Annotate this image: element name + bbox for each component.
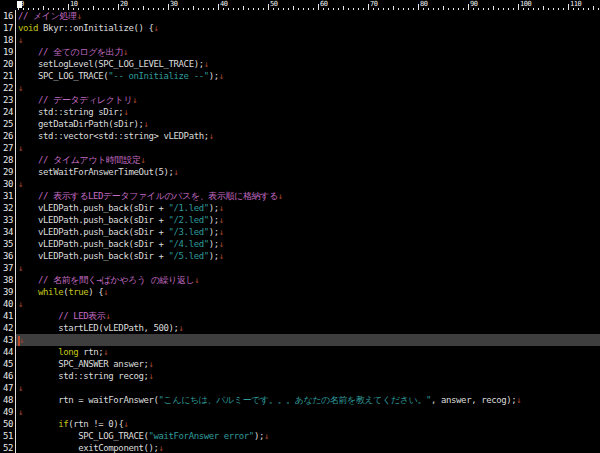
code-text: SPC_LOG_TRACE( [18,71,108,81]
line-number[interactable]: 39 [0,286,16,298]
string-text: "こんにちは、パルミーです。。。あなたの名前を教えてください。" [159,395,431,405]
line-number[interactable]: 27 [0,142,16,154]
line-number[interactable]: 19 [0,46,16,58]
line-number[interactable]: 47 [0,382,16,394]
code-line[interactable]: 36 vLEDPath.push_back(sDir + "/5.led");↓ [0,250,600,262]
ruler-number: 30 [170,0,177,8]
code-line[interactable]: 31 // 表示するLEDデータファイルのパスを、表示順に格納する↓ [0,190,600,202]
code-line[interactable]: 46 std::string recog;↓ [0,370,600,382]
line-number[interactable]: 17 [0,22,16,34]
code-text [18,191,38,201]
code-line[interactable]: 22↓ [0,82,600,94]
string-text: "waitForAnswer error" [148,431,253,441]
ruler-number: 70 [370,0,377,8]
code-text: ) { [88,287,103,297]
line-number[interactable]: 41 [0,310,16,322]
code-line[interactable]: 29 setWaitForAnswerTimeOut(5);↓ [0,166,600,178]
string-text: "/5.led" [169,251,209,261]
line-number[interactable]: 46 [0,370,16,382]
code-line[interactable]: 41 // LED表示↓ [0,310,600,322]
code-text: ); [209,71,219,81]
line-number[interactable]: 44 [0,346,16,358]
newline-mark-icon: ↓ [143,119,148,129]
code-line[interactable]: 33 vLEDPath.push_back(sDir + "/2.led");↓ [0,214,600,226]
line-number[interactable]: 28 [0,154,16,166]
newline-mark-icon: ↓ [219,215,224,225]
line-number[interactable]: 38 [0,274,16,286]
code-line[interactable]: 35 vLEDPath.push_back(sDir + "/4.led");↓ [0,238,600,250]
code-line[interactable]: 40↓ [0,298,600,310]
line-number[interactable]: 45 [0,358,16,370]
code-line[interactable]: 44 long rtn;↓ [0,346,600,358]
line-number[interactable]: 20 [0,58,16,70]
newline-mark-icon: ↓ [18,35,23,45]
newline-mark-icon: ↓ [18,143,23,153]
line-text: SPC_ANSWER answer;↓ [16,358,600,370]
line-number[interactable]: 29 [0,166,16,178]
code-line[interactable]: 26 std::vector<std::string> vLEDPath;↓ [0,130,600,142]
line-text: void Bkyr::onInitialize() {↓ [16,22,600,34]
code-line[interactable]: 48 rtn = waitForAnswer("こんにちは、パルミーです。。。あ… [0,394,600,406]
newline-mark-icon: ↓ [123,107,128,117]
line-number[interactable]: 23 [0,94,16,106]
code-line[interactable]: 45 SPC_ANSWER answer;↓ [0,358,600,370]
line-number[interactable]: 42 [0,322,16,334]
line-number[interactable]: 34 [0,226,16,238]
code-line[interactable]: 25 getDataDirPath(sDir);↓ [0,118,600,130]
line-number[interactable]: 35 [0,238,16,250]
line-number[interactable]: 22 [0,82,16,94]
line-number[interactable]: 26 [0,130,16,142]
code-line[interactable]: 38 // 名前を聞く→ばかやろう の繰り返し↓ [0,274,600,286]
code-line[interactable]: 28 // タイムアウト時間設定↓ [0,154,600,166]
line-number[interactable]: 32 [0,202,16,214]
code-line[interactable]: 50 if(rtn != 0){↓ [0,418,600,430]
newline-mark-icon: ↓ [264,431,269,441]
code-line[interactable]: 21 SPC_LOG_TRACE("-- onInitialize --");↓ [0,70,600,82]
code-line[interactable]: 47↓ [0,382,600,394]
code-line[interactable]: 23 // データディレクトリ↓ [0,94,600,106]
code-line[interactable]: 17void Bkyr::onInitialize() {↓ [0,22,600,34]
string-text: "-- onInitialize --" [108,71,208,81]
line-number[interactable]: 30 [0,178,16,190]
line-number[interactable]: 33 [0,214,16,226]
code-line[interactable]: 16// メイン処理↓ [0,10,600,22]
code-line[interactable]: 49↓ [0,406,600,418]
line-number[interactable]: 43 [0,334,16,346]
code-line[interactable]: 24 std::string sDir;↓ [0,106,600,118]
newline-mark-icon: ↓ [154,23,159,33]
line-number[interactable]: 37 [0,262,16,274]
code-line[interactable]: 37↓ [0,262,600,274]
line-number[interactable]: 21 [0,70,16,82]
newline-mark-icon: ↓ [516,395,521,405]
line-number[interactable]: 36 [0,250,16,262]
code-line[interactable]: 34 vLEDPath.push_back(sDir + "/3.led");↓ [0,226,600,238]
code-line[interactable]: 32 vLEDPath.push_back(sDir + "/1.led");↓ [0,202,600,214]
code-area[interactable]: 16// メイン処理↓17void Bkyr::onInitialize() {… [0,10,600,453]
line-number[interactable]: 18 [0,34,16,46]
newline-mark-icon: ↓ [219,227,224,237]
line-number[interactable]: 40 [0,298,16,310]
code-line[interactable]: 43↓ [0,334,600,346]
code-line[interactable]: 20 setLogLevel(SPC_LOG_LEVEL_TRACE);↓ [0,58,600,70]
code-line[interactable]: 30↓ [0,178,600,190]
newline-mark-icon: ↓ [18,383,23,393]
line-number[interactable]: 49 [0,406,16,418]
line-number[interactable]: 52 [0,442,16,453]
line-number[interactable]: 24 [0,106,16,118]
line-number[interactable]: 48 [0,394,16,406]
line-number[interactable]: 50 [0,418,16,430]
code-line[interactable]: 39 while(true) {↓ [0,286,600,298]
ruler-number: 80 [420,0,427,8]
code-line[interactable]: 42 startLED(vLEDPath, 500);↓ [0,322,600,334]
line-text: setLogLevel(SPC_LOG_LEVEL_TRACE);↓ [16,58,600,70]
line-number[interactable]: 31 [0,190,16,202]
line-number[interactable]: 25 [0,118,16,130]
code-line[interactable]: 27↓ [0,142,600,154]
code-line[interactable]: 52 exitComponent();↓ [0,442,600,453]
line-number[interactable]: 16 [0,10,16,22]
code-line[interactable]: 18↓ [0,34,600,46]
line-number[interactable]: 51 [0,430,16,442]
line-text: // 名前を聞く→ばかやろう の繰り返し↓ [16,274,600,286]
code-line[interactable]: 19 // 全てのログを出力↓ [0,46,600,58]
code-line[interactable]: 51 SPC_LOG_TRACE("waitForAnswer error");… [0,430,600,442]
